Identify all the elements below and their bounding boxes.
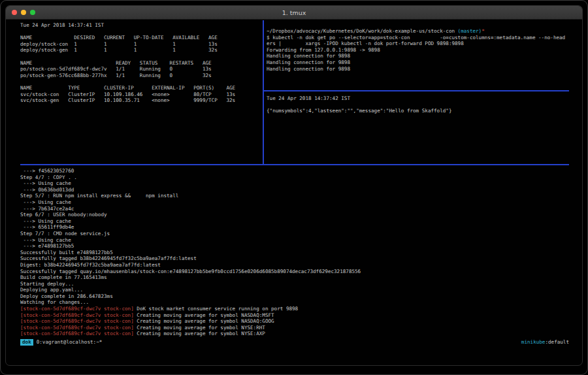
terminal-line: ---> 65611ff9db4e	[20, 224, 569, 231]
terminal-line: ---> Using cache	[20, 218, 569, 225]
pane-skaffold-log[interactable]: ---> f45623052760Step 4/7 : COPY . . ---…	[20, 167, 569, 338]
pane-divider-horizontal[interactable]	[20, 164, 569, 165]
terminal-line: ---> Using cache	[20, 180, 569, 187]
terminal-line: [stock-con-5d7df689cf-dwc7v stock-con] C…	[20, 318, 569, 325]
terminal-line: ---> f45623052760	[20, 168, 569, 174]
terminal-line: Successfully tagged quay.io/mhausenblas/…	[20, 269, 569, 275]
terminal-line: ~/Dropbox/advocacy/Kubernetes/DoK/work/d…	[267, 28, 569, 35]
terminal-line: NAME READY STATUS RESTARTS AGE	[20, 60, 263, 67]
terminal-line: svc/stock-con ClusterIP 10.109.186.46 <n…	[20, 91, 263, 98]
terminal-line	[267, 102, 569, 108]
terminal-line: [stock-con-5d7df689cf-dwc7v stock-con] D…	[20, 306, 569, 312]
terminal-line: [stock-con-5d7df689cf-dwc7v stock-con] C…	[20, 312, 569, 319]
terminal-line: Forwarding from 127.0.0.1:9898 -> 9898	[267, 47, 569, 54]
terminal-line: ---> 0b636bd013dd	[20, 187, 569, 193]
terminal-line: deploy/stock-gen 1 1 1 1 32s	[20, 47, 263, 54]
pane-kubectl-overview[interactable]: Tue 24 Apr 2018 14:37:41 IST NAME DESIRE…	[20, 20, 263, 164]
terminal-line: Handling connection for 9898	[267, 66, 569, 73]
terminal-line: [stock-con-5d7df689cf-dwc7v stock-con] C…	[20, 331, 569, 337]
terminal-window: 1. tmux Tue 24 Apr 2018 14:37:41 IST NAM…	[5, 5, 583, 366]
terminal-line: Step 6/7 : USER nobody:nobody	[20, 212, 569, 218]
terminal-line: Watching for changes...	[20, 299, 569, 306]
terminal-line: ---> e74898127bb5	[20, 243, 569, 250]
window-titlebar[interactable]: 1. tmux	[6, 6, 582, 20]
terminal-line: Handling connection for 9898	[267, 59, 569, 66]
terminal-line: {"numsymbols":4,"lastseen":"","message":…	[267, 108, 569, 114]
terminal-line	[20, 54, 263, 60]
pane-port-forward[interactable]: ~/Dropbox/advocacy/Kubernetes/DoK/work/d…	[267, 20, 569, 90]
terminal-line: Starting deploy...	[20, 281, 569, 287]
terminal-line: Handling connection for 9898	[267, 53, 569, 59]
terminal-line: $ kubectl -n dok get po --selector=app=s…	[267, 35, 569, 41]
pane-service-output[interactable]: Tue 24 Apr 2018 14:37:42 IST {"numsymbol…	[267, 91, 569, 164]
close-button[interactable]	[12, 10, 17, 15]
window-controls	[12, 6, 35, 19]
terminal-line: svc/stock-gen ClusterIP 10.100.35.71 <no…	[20, 97, 263, 104]
kube-context-namespace: :default	[545, 339, 569, 345]
terminal-line: ---> Using cache	[20, 237, 569, 244]
terminal-line: Step 4/7 : COPY . .	[20, 174, 569, 181]
terminal-line: Successfully tagged b38b42246945fd7f32c5…	[20, 255, 569, 262]
terminal-line	[20, 29, 263, 35]
terminal-line: NAME TYPE CLUSTER-IP EXTERNAL-IP PORT(S)…	[20, 85, 263, 91]
terminal-line: po/stock-gen-576cc688bb-277hx 1/1 Runnin…	[20, 73, 263, 79]
zoom-button[interactable]	[30, 10, 35, 15]
terminal-line: Tue 24 Apr 2018 14:37:42 IST	[267, 95, 569, 102]
terminal-line: ---> 7b6347ce2a4c	[20, 206, 569, 212]
terminal-line: Deploy complete in 286.647823ms	[20, 293, 569, 300]
terminal-line: ers | xargs -IPOD kubectl -n dok port-fo…	[267, 41, 569, 47]
terminal-line: deploy/stock-con 1 1 1 1 13s	[20, 41, 263, 48]
terminal-line: Successfully built e74898127bb5	[20, 250, 569, 256]
tmux-terminal: Tue 24 Apr 2018 14:37:41 IST NAME DESIRE…	[20, 20, 569, 365]
terminal-line: [stock-con-5d7df689cf-dwc7v stock-con] C…	[20, 325, 569, 331]
terminal-line	[20, 78, 263, 85]
window-tab-label[interactable]: 0:vagrant@localhost:~*	[37, 339, 103, 346]
terminal-line: Build complete in 77.165413ms	[20, 274, 569, 281]
terminal-line: NAME DESIRED CURRENT UP-TO-DATE AVAILABL…	[20, 35, 263, 41]
pane-divider-vertical[interactable]	[263, 20, 264, 164]
terminal-line: po/stock-con-5d7df689cf-dwc7v 1/1 Runnin…	[20, 66, 263, 73]
terminal-line: Digest: b38b42246945fd7f32c5ba9aea7af7fd…	[20, 262, 569, 269]
terminal-line: ---> Using cache	[20, 199, 569, 206]
session-name-badge[interactable]: dok	[20, 339, 33, 346]
kube-context-name: minikube	[521, 339, 546, 345]
minimize-button[interactable]	[21, 10, 26, 15]
tmux-status-bar: dok 0:vagrant@localhost:~* minikube:defa…	[20, 338, 569, 346]
window-title: 1. tmux	[282, 9, 306, 16]
terminal-line: Step 7/7 : CMD node service.js	[20, 231, 569, 237]
terminal-line: Step 5/7 : RUN npm install express && np…	[20, 193, 569, 199]
kube-context-indicator: minikube:default	[521, 339, 569, 346]
terminal-line: Tue 24 Apr 2018 14:37:41 IST	[20, 22, 263, 29]
terminal-line: Deploying app.yaml...	[20, 287, 569, 293]
